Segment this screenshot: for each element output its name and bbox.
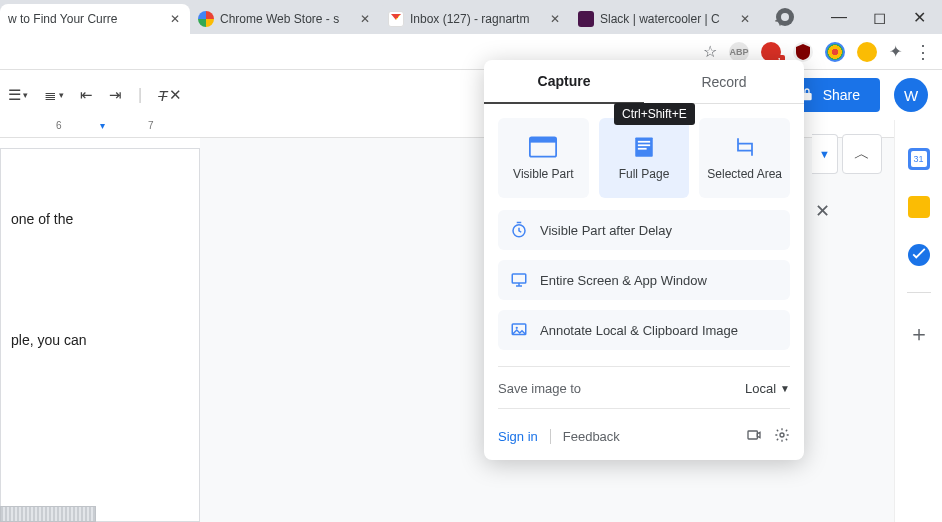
mode-dropdown-arrow[interactable]: ▼ [812,134,838,174]
keep-icon[interactable] [908,196,930,218]
divider [498,408,790,409]
window-controls: — ◻ ✕ [776,0,938,34]
ruler-tick: 7 [148,120,154,131]
bookmark-star-icon[interactable]: ☆ [703,42,717,61]
add-addon-button[interactable]: ＋ [908,319,930,349]
row-label: Visible Part after Delay [540,223,672,238]
minimize-button[interactable]: — [830,8,848,26]
svg-point-11 [780,433,784,437]
video-icon[interactable] [746,427,762,446]
kebab-menu-icon[interactable]: ⋮ [914,41,932,63]
document-page[interactable]: one of the ple, you can [0,148,200,522]
svg-rect-2 [635,137,653,156]
svg-rect-4 [638,144,650,146]
tab-title: Slack | watercooler | C [600,12,732,26]
row-label: Entire Screen & App Window [540,273,707,288]
row-label: Annotate Local & Clipboard Image [540,323,738,338]
card-label: Selected Area [707,167,782,181]
annotate-row[interactable]: Annotate Local & Clipboard Image [498,310,790,350]
numbered-list-button[interactable]: ☰▾ [8,86,28,104]
browser-window-icon [529,135,557,159]
calendar-icon[interactable] [908,148,930,170]
close-icon[interactable]: ✕ [358,12,372,26]
entire-screen-row[interactable]: Entire Screen & App Window [498,260,790,300]
maximize-button[interactable]: ◻ [870,8,888,26]
clear-formatting-button[interactable]: T✕ [158,86,182,104]
card-label: Full Page [619,167,670,181]
shortcut-tooltip: Ctrl+Shift+E [614,103,695,125]
adblock-icon[interactable]: ABP [729,42,749,62]
save-to-label: Save image to [498,381,581,396]
tasks-icon[interactable] [908,244,930,266]
avatar[interactable]: W [894,78,928,112]
save-to-row[interactable]: Save image to Local▼ [484,373,804,402]
tab-title: w to Find Your Curre [8,12,162,26]
chevron-down-icon: ▼ [780,383,790,394]
indent-marker-icon[interactable]: ▾ [100,120,105,131]
visible-delay-row[interactable]: Visible Part after Delay [498,210,790,250]
profile-icon[interactable] [776,8,794,26]
image-icon [510,321,528,339]
feedback-link[interactable]: Feedback [550,429,620,444]
popup-footer: Sign in Feedback [484,415,804,460]
selected-area-card[interactable]: Selected Area [699,118,790,198]
visible-part-card[interactable]: Visible Part [498,118,589,198]
svg-rect-10 [748,431,757,439]
divider [498,366,790,367]
ublock-icon[interactable] [793,42,813,62]
ruler-tick: 6 [56,120,62,131]
chrome-store-icon [198,11,214,27]
doc-text: ple, you can [11,330,189,351]
page-icon [630,135,658,159]
gear-icon[interactable] [774,427,790,446]
share-label: Share [823,87,860,103]
increase-indent-button[interactable]: ⇥ [109,86,122,104]
collapse-toolbar-button[interactable]: ︿ [842,134,882,174]
close-icon[interactable]: ✕ [168,12,182,26]
nimbus-icon[interactable] [825,42,845,62]
tab-title: Chrome Web Store - s [220,12,352,26]
slack-icon [578,11,594,27]
close-icon[interactable]: ✕ [548,12,562,26]
gmail-icon [388,11,404,27]
formatting-controls: ☰▾ ≣▾ ⇤ ⇥ | T✕ [8,86,182,104]
svg-rect-3 [638,141,650,143]
tab-title: Inbox (127) - ragnartm [410,12,542,26]
tab-record[interactable]: Record [644,60,804,104]
decrease-indent-button[interactable]: ⇤ [80,86,93,104]
full-page-card[interactable]: Full Page [599,118,690,198]
browser-tab[interactable]: Chrome Web Store - s ✕ [190,4,380,34]
timer-icon [510,221,528,239]
svg-rect-7 [512,274,526,283]
doc-text: one of the [11,209,189,230]
crop-icon [731,135,759,159]
svg-rect-5 [638,148,647,150]
lastpass-icon[interactable] [761,42,781,62]
monitor-icon [510,271,528,289]
browser-tabstrip: w to Find Your Curre ✕ Chrome Web Store … [0,0,942,34]
browser-tab[interactable]: Inbox (127) - ragnartm ✕ [380,4,570,34]
extensions-puzzle-icon[interactable]: ✦ [889,42,902,61]
save-destination[interactable]: Local▼ [745,381,790,396]
svg-point-9 [516,327,518,329]
thumbnail-strip [0,506,96,522]
bulleted-list-button[interactable]: ≣▾ [44,86,64,104]
tab-capture[interactable]: Capture [484,60,644,104]
close-window-button[interactable]: ✕ [910,8,928,26]
close-icon[interactable]: ✕ [815,200,830,222]
popup-tabs: Capture Record [484,60,804,104]
sign-in-link[interactable]: Sign in [498,429,538,444]
side-panel: ＋ [894,120,942,522]
close-icon[interactable]: ✕ [738,12,752,26]
svg-rect-1 [530,137,556,142]
card-label: Visible Part [513,167,573,181]
browser-tab[interactable]: Slack | watercooler | C ✕ [570,4,760,34]
divider [907,292,931,293]
extension-icon[interactable] [857,42,877,62]
capture-rows: Visible Part after Delay Entire Screen &… [484,206,804,360]
browser-tab[interactable]: w to Find Your Curre ✕ [0,4,190,34]
